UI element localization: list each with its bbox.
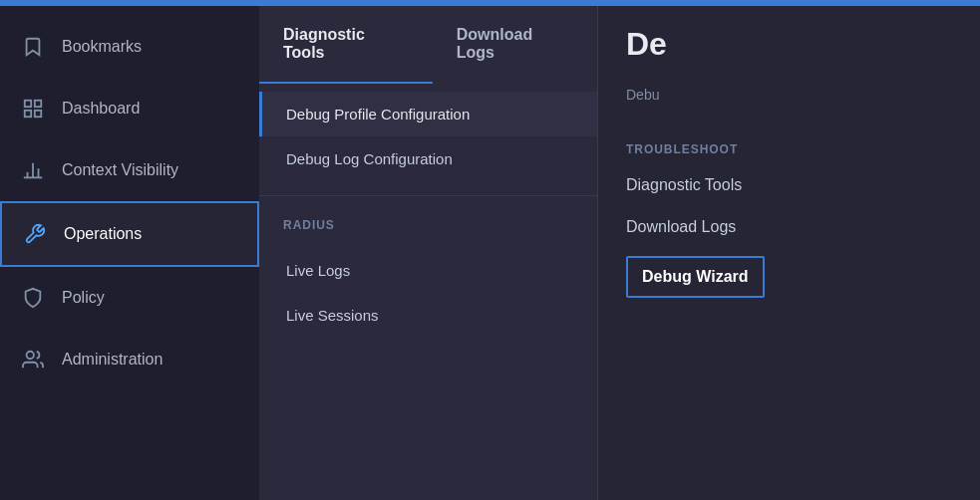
bookmark-icon [20, 34, 46, 60]
right-menu-diagnostic-tools[interactable]: Diagnostic Tools [626, 164, 952, 206]
shield-icon [20, 285, 46, 311]
tab-diagnostic-tools[interactable]: Diagnostic Tools [259, 6, 433, 84]
sidebar-item-label: Bookmarks [62, 38, 142, 56]
sidebar-item-operations[interactable]: Operations [0, 201, 259, 267]
svg-point-8 [27, 352, 34, 359]
divider [259, 195, 597, 196]
tools-icon [22, 221, 48, 247]
troubleshoot-section-label: Troubleshoot [626, 134, 952, 164]
sidebar-item-label: Context Visibility [62, 161, 178, 179]
right-menu-download-logs[interactable]: Download Logs [626, 206, 952, 248]
sidebar-item-policy[interactable]: Policy [0, 267, 259, 329]
svg-rect-3 [35, 111, 41, 117]
right-panel-title: De [626, 26, 667, 63]
sidebar: Bookmarks Dashboard [0, 6, 259, 500]
chart-icon [20, 157, 46, 183]
sidebar-item-bookmarks[interactable]: Bookmarks [0, 16, 259, 78]
right-panel: De Debu Troubleshoot Diagnostic Tools Do… [598, 6, 980, 500]
sidebar-item-context-visibility[interactable]: Context Visibility [0, 139, 259, 201]
svg-rect-0 [25, 101, 31, 107]
sidebar-item-dashboard[interactable]: Dashboard [0, 78, 259, 139]
sidebar-item-label: Operations [64, 225, 142, 243]
sidebar-item-label: Administration [62, 351, 163, 369]
right-panel-header: De [598, 6, 980, 83]
admin-icon [20, 347, 46, 373]
diagnostic-tools-menu: Debug Profile Configuration Debug Log Co… [259, 84, 597, 189]
sidebar-item-label: Dashboard [62, 100, 140, 118]
dashboard-icon [20, 96, 46, 122]
sidebar-item-administration[interactable]: Administration [0, 329, 259, 390]
app-container: Bookmarks Dashboard [0, 6, 980, 500]
right-menu-debug-wizard[interactable]: Debug Wizard [626, 256, 765, 298]
radius-menu: Live Logs Live Sessions [259, 240, 597, 346]
sidebar-item-label: Policy [62, 289, 105, 307]
menu-item-debug-log[interactable]: Debug Log Configuration [259, 136, 597, 181]
menu-item-live-logs[interactable]: Live Logs [259, 248, 597, 293]
radius-section-label: RADIUS [259, 202, 597, 240]
menu-item-live-sessions[interactable]: Live Sessions [259, 293, 597, 338]
main-content: Diagnostic Tools Download Logs Debug Pro… [259, 6, 980, 500]
panel-header: Diagnostic Tools Download Logs [259, 6, 597, 84]
tab-download-logs[interactable]: Download Logs [433, 6, 597, 84]
svg-rect-1 [35, 101, 41, 107]
left-panel: Diagnostic Tools Download Logs Debug Pro… [259, 6, 598, 500]
dropdown-panel: Diagnostic Tools Download Logs Debug Pro… [259, 6, 980, 500]
menu-item-debug-profile[interactable]: Debug Profile Configuration [259, 92, 597, 136]
right-panel-subtitle: Debu [598, 83, 980, 119]
svg-rect-2 [25, 111, 31, 117]
right-troubleshoot-section: Troubleshoot Diagnostic Tools Download L… [598, 119, 980, 314]
